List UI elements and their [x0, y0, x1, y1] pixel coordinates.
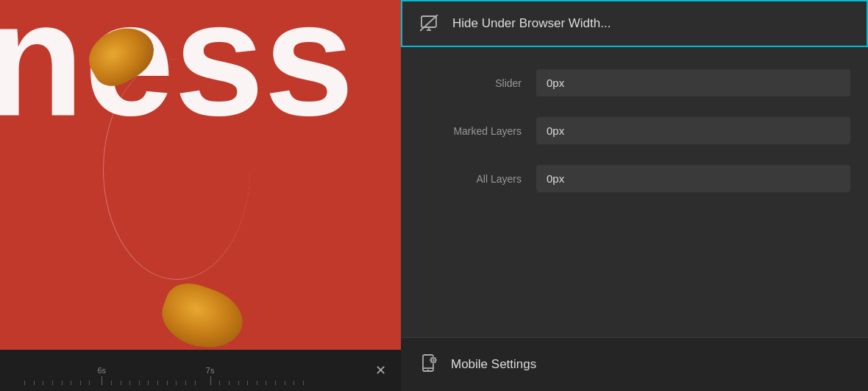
- hide-browser-label: Hide Under Browser Width...: [452, 16, 611, 31]
- slider-input[interactable]: [536, 69, 850, 96]
- svg-line-17: [435, 358, 435, 359]
- all-layers-input[interactable]: [536, 165, 850, 192]
- hide-browser-icon: [420, 15, 441, 32]
- marked-layers-input[interactable]: [536, 117, 850, 144]
- tick-label-6s: 6s: [97, 366, 106, 375]
- all-layers-row: All Layers: [419, 155, 850, 202]
- slider-label: Slider: [419, 77, 536, 89]
- tick-label-7s: 7s: [206, 366, 215, 375]
- svg-line-16: [435, 362, 435, 362]
- svg-point-7: [427, 370, 429, 371]
- timeline-bar: .small-tick { position:absolute; bottom:…: [0, 350, 401, 391]
- canvas-area: ness .small-tick { position:absolute; bo…: [0, 0, 401, 391]
- arc-decoration: [103, 59, 250, 280]
- timeline-ticks: .small-tick { position:absolute; bottom:…: [9, 370, 319, 385]
- chip-bottom-decoration: [154, 276, 251, 359]
- all-layers-label: All Layers: [419, 173, 536, 185]
- hide-browser-button[interactable]: Hide Under Browser Width...: [401, 0, 868, 47]
- svg-line-15: [431, 358, 432, 359]
- marked-layers-label: Marked Layers: [419, 125, 536, 137]
- right-panel: Hide Under Browser Width... Slider Marke…: [401, 0, 868, 391]
- timeline-close-button[interactable]: ✕: [369, 359, 392, 382]
- svg-line-18: [431, 362, 432, 362]
- svg-point-10: [433, 359, 434, 361]
- mobile-settings-icon: [419, 354, 439, 375]
- hide-browser-section: Hide Under Browser Width...: [401, 0, 868, 47]
- mobile-settings-label: Mobile Settings: [451, 357, 536, 372]
- spacer: [401, 214, 868, 337]
- timeline-ruler: .small-tick { position:absolute; bottom:…: [9, 350, 363, 391]
- mobile-settings-section: Mobile Settings: [401, 338, 868, 391]
- slider-row: Slider: [419, 59, 850, 107]
- mobile-settings-button[interactable]: Mobile Settings: [401, 338, 868, 391]
- settings-section: Slider Marked Layers All Layers: [401, 47, 868, 214]
- marked-layers-row: Marked Layers: [419, 107, 850, 155]
